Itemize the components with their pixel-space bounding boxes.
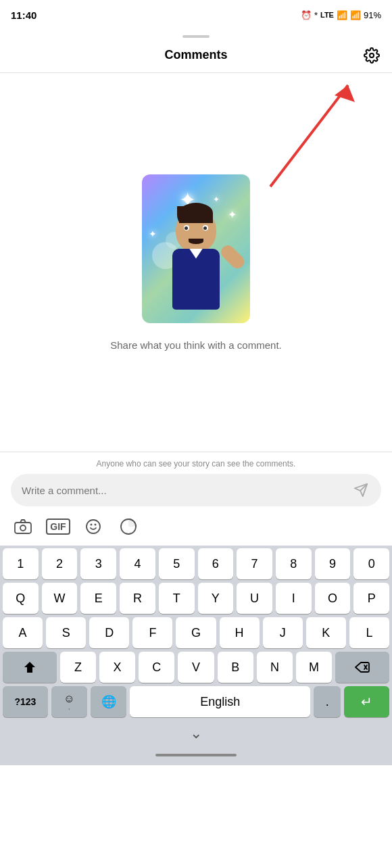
- bottom-row: ?123 ☺ , 🌐 English . ↵: [0, 686, 392, 717]
- keyboard: 1 2 3 4 5 6 7 8 9 0 Q W E R T Y U I O P …: [0, 546, 392, 745]
- avatar-character: [155, 208, 237, 323]
- char-collar: [189, 249, 203, 259]
- key-u[interactable]: U: [237, 583, 272, 614]
- comment-input-row: [11, 474, 381, 506]
- status-bar: 11:40 ⏰ * LTE 📶 📶 91%: [0, 0, 392, 30]
- key-o[interactable]: O: [315, 583, 351, 614]
- bottom-bar: [0, 745, 392, 765]
- comment-input[interactable]: [22, 485, 351, 496]
- char-arm-raised: [218, 242, 247, 270]
- key-w[interactable]: W: [42, 583, 78, 614]
- key-j[interactable]: J: [263, 617, 303, 648]
- key-1[interactable]: 1: [3, 548, 39, 579]
- comment-tools-row: GIF: [11, 512, 381, 541]
- svg-marker-11: [24, 662, 35, 673]
- collapse-keyboard-button[interactable]: ⌄: [190, 725, 202, 742]
- key-i[interactable]: I: [276, 583, 312, 614]
- key-7[interactable]: 7: [237, 548, 272, 579]
- header: Comments: [0, 38, 392, 73]
- qwerty-row: Q W E R T Y U I O P: [0, 583, 392, 614]
- key-6[interactable]: 6: [198, 548, 234, 579]
- zxcv-row: Z X C V B N M: [0, 652, 392, 683]
- symbol-key[interactable]: ?123: [3, 686, 48, 717]
- key-8[interactable]: 8: [276, 548, 312, 579]
- key-f[interactable]: F: [132, 617, 172, 648]
- char-body: [172, 249, 220, 310]
- key-0[interactable]: 0: [353, 548, 389, 579]
- key-d[interactable]: D: [89, 617, 129, 648]
- home-indicator: [155, 754, 237, 756]
- globe-icon: 🌐: [101, 694, 116, 709]
- number-row: 1 2 3 4 5 6 7 8 9 0: [0, 548, 392, 579]
- emoji-sub: ,: [68, 704, 70, 710]
- shift-key[interactable]: [3, 652, 57, 683]
- send-icon: [353, 483, 368, 498]
- empty-comment-text: Share what you think with a comment.: [110, 339, 281, 351]
- key-t[interactable]: T: [159, 583, 195, 614]
- globe-key[interactable]: 🌐: [91, 686, 126, 717]
- key-5[interactable]: 5: [159, 548, 195, 579]
- svg-point-7: [87, 520, 100, 533]
- key-n[interactable]: N: [257, 652, 293, 683]
- shift-icon: [23, 660, 36, 674]
- status-icons: ⏰ * LTE 📶 📶 91%: [301, 10, 381, 20]
- sticker-tool[interactable]: [116, 514, 141, 539]
- content-area: ✦ ✦ ✦ ✦ Share what you think with a comm…: [0, 73, 392, 452]
- key-h[interactable]: H: [220, 617, 260, 648]
- wifi-icon: 📶: [337, 10, 347, 20]
- gif-tool[interactable]: GIF: [46, 519, 70, 535]
- send-button[interactable]: [351, 481, 370, 500]
- key-k[interactable]: K: [306, 617, 346, 648]
- key-9[interactable]: 9: [315, 548, 351, 579]
- asdf-row: A S D F G H J K L: [0, 617, 392, 648]
- status-time: 11:40: [11, 9, 36, 21]
- settings-button[interactable]: [362, 46, 381, 65]
- key-b[interactable]: B: [218, 652, 253, 683]
- enter-key[interactable]: ↵: [344, 686, 389, 717]
- key-p[interactable]: P: [353, 583, 389, 614]
- signal-icon: 📶: [350, 10, 361, 20]
- char-eye-right: [203, 225, 208, 231]
- chevron-down-icon: ⌄: [190, 725, 202, 742]
- emoji-key[interactable]: ☺ ,: [51, 686, 87, 717]
- key-q[interactable]: Q: [3, 583, 39, 614]
- key-4[interactable]: 4: [120, 548, 155, 579]
- period-label: .: [326, 695, 329, 709]
- key-v[interactable]: V: [178, 652, 214, 683]
- chevron-row: ⌄: [0, 721, 392, 745]
- spacebar-label: English: [200, 695, 240, 709]
- key-l[interactable]: L: [349, 617, 389, 648]
- key-r[interactable]: R: [120, 583, 155, 614]
- key-c[interactable]: C: [139, 652, 174, 683]
- svg-rect-5: [15, 523, 31, 533]
- char-hair: [179, 203, 213, 223]
- comment-input-section: Anyone who can see your story can see th…: [0, 452, 392, 546]
- key-a[interactable]: A: [3, 617, 43, 648]
- key-y[interactable]: Y: [198, 583, 234, 614]
- battery-icon: 91%: [364, 10, 381, 20]
- notification-icon: ⏰: [301, 10, 312, 20]
- camera-tool[interactable]: [11, 514, 35, 539]
- backspace-icon: [355, 662, 370, 673]
- key-z[interactable]: Z: [60, 652, 96, 683]
- key-s[interactable]: S: [46, 617, 86, 648]
- key-m[interactable]: M: [296, 652, 332, 683]
- key-3[interactable]: 3: [80, 548, 116, 579]
- spacebar[interactable]: English: [130, 686, 310, 717]
- gif-label: GIF: [50, 521, 66, 532]
- avatar-image: ✦ ✦ ✦ ✦: [142, 174, 250, 323]
- key-g[interactable]: G: [176, 617, 216, 648]
- char-mustache: [189, 239, 203, 244]
- emoji-icon: ☺: [64, 694, 74, 704]
- char-head: [176, 208, 216, 252]
- page-title: Comments: [164, 48, 227, 62]
- key-e[interactable]: E: [80, 583, 116, 614]
- backspace-key[interactable]: [335, 652, 389, 683]
- period-key[interactable]: .: [314, 686, 341, 717]
- key-x[interactable]: X: [99, 652, 135, 683]
- emoji-tool[interactable]: [81, 514, 105, 539]
- gear-icon: [364, 47, 380, 64]
- bluetooth-icon: *: [314, 10, 318, 20]
- key-2[interactable]: 2: [42, 548, 78, 579]
- svg-point-0: [370, 53, 374, 57]
